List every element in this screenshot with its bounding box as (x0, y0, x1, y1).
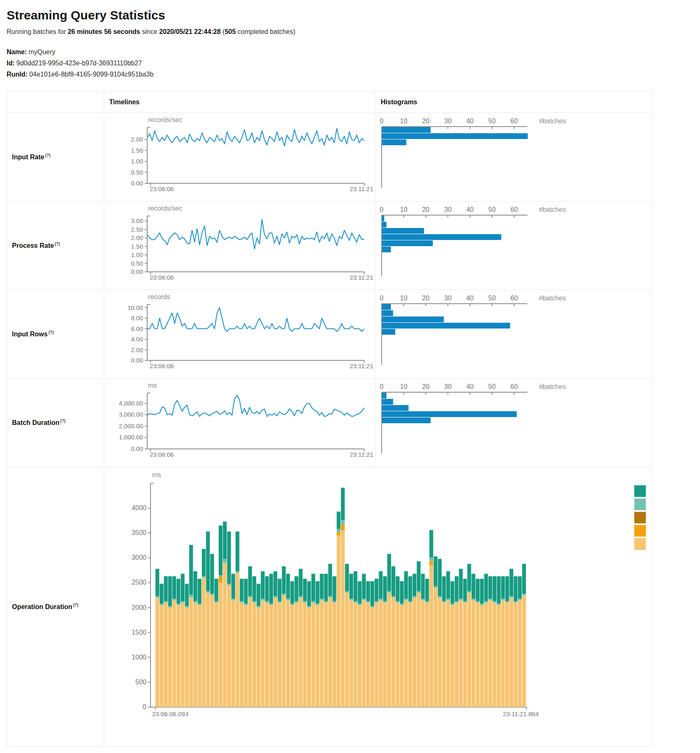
svg-text:40: 40 (466, 295, 474, 302)
svg-text:0.50: 0.50 (131, 260, 143, 267)
svg-text:4.00: 4.00 (131, 336, 143, 343)
svg-text:0: 0 (380, 295, 384, 302)
svg-text:500: 500 (135, 679, 146, 686)
query-name-line: Name:myQuery (7, 46, 693, 58)
query-name-value: myQuery (29, 48, 55, 55)
svg-text:#batches: #batches (539, 383, 566, 390)
help-icon[interactable]: (?) (55, 242, 60, 246)
svg-text:2.00: 2.00 (131, 346, 143, 353)
svg-text:0.00: 0.00 (131, 268, 143, 275)
timelines-header: Timelines (104, 92, 376, 113)
svg-text:6.00: 6.00 (131, 325, 143, 332)
svg-text:8.00: 8.00 (131, 314, 143, 321)
table-header-row: Timelines Histograms (7, 92, 652, 113)
svg-text:10.00: 10.00 (127, 304, 143, 311)
running-batches-summary: Running batches for 26 minutes 56 second… (7, 28, 693, 36)
svg-text:0.00: 0.00 (131, 357, 143, 364)
svg-text:1,000.00: 1,000.00 (119, 434, 143, 441)
input-rate-histogram-chart: 0102030405060#batches (376, 113, 652, 201)
svg-text:50: 50 (488, 206, 496, 213)
svg-text:50: 50 (488, 118, 496, 125)
svg-text:23:06:06: 23:06:06 (150, 362, 174, 369)
table-row: Batch Duration(?) ms0.001,000.002,000.00… (7, 379, 652, 467)
svg-text:ms: ms (148, 382, 157, 389)
table-row: Input Rate(?) records/sec0.000.501.001.5… (7, 113, 652, 201)
table-row: Process Rate(?) records/sec0.000.501.001… (7, 201, 652, 290)
svg-text:40: 40 (466, 383, 474, 390)
svg-text:3.00: 3.00 (131, 217, 143, 224)
svg-text:23:11:21: 23:11:21 (350, 185, 373, 192)
process-rate-histogram-chart: 0102030405060#batches (376, 201, 652, 290)
svg-text:3500: 3500 (131, 529, 146, 536)
svg-text:2.00: 2.00 (131, 234, 143, 241)
svg-text:1500: 1500 (131, 629, 146, 636)
svg-text:0: 0 (380, 206, 384, 213)
svg-text:23:11:21: 23:11:21 (350, 362, 373, 369)
batch-duration-timeline-chart: ms0.001,000.002,000.003,000.004,000.0023… (104, 379, 375, 467)
process-rate-timeline-chart: records/sec0.000.501.001.502.002.503.002… (104, 201, 375, 290)
svg-text:60: 60 (511, 383, 518, 390)
svg-text:60: 60 (511, 295, 518, 302)
input-rows-histogram-chart: 0102030405060#batches (376, 290, 652, 378)
svg-text:1.50: 1.50 (131, 147, 143, 154)
svg-text:40: 40 (466, 118, 474, 125)
svg-text:1000: 1000 (131, 654, 146, 661)
start-timestamp: 2020/05/21 22:44:28 (159, 28, 221, 35)
row-label-process-rate: Process Rate(?) (7, 201, 104, 290)
table-row: Operation Duration(?) ms0500100015002000… (7, 467, 652, 747)
row-label-input-rows: Input Rows(?) (7, 290, 104, 379)
svg-text:1.00: 1.00 (131, 158, 143, 165)
query-id-line: Id:9d0dd219-995d-423e-b97d-36931110bb27 (7, 58, 693, 69)
svg-text:50: 50 (488, 383, 496, 390)
row-label-input-rate: Input Rate(?) (7, 113, 104, 201)
svg-text:2.50: 2.50 (131, 226, 143, 233)
svg-text:2.00: 2.00 (131, 136, 143, 143)
svg-text:60: 60 (511, 206, 518, 213)
svg-text:records/sec: records/sec (148, 205, 182, 212)
svg-text:50: 50 (488, 295, 496, 302)
svg-text:#batches: #batches (539, 206, 566, 213)
svg-text:30: 30 (444, 383, 452, 390)
page: Streaming Query Statistics Running batch… (0, 0, 700, 750)
svg-text:3,000.00: 3,000.00 (119, 411, 143, 418)
svg-text:0.00: 0.00 (131, 445, 143, 452)
page-title: Streaming Query Statistics (7, 8, 693, 22)
svg-text:#batches: #batches (539, 295, 566, 302)
svg-text:40: 40 (466, 206, 474, 213)
svg-text:30: 30 (444, 295, 452, 302)
svg-text:10: 10 (400, 383, 408, 390)
svg-text:10: 10 (400, 118, 408, 125)
help-icon[interactable]: (?) (48, 330, 54, 335)
svg-text:4000: 4000 (131, 504, 146, 511)
svg-text:1.00: 1.00 (131, 251, 143, 258)
svg-text:0: 0 (380, 383, 384, 390)
svg-text:23:06:06: 23:06:06 (150, 274, 174, 281)
svg-text:4,000.00: 4,000.00 (119, 400, 143, 407)
svg-text:1.50: 1.50 (131, 243, 143, 250)
svg-text:30: 30 (444, 206, 452, 213)
svg-text:20: 20 (422, 383, 430, 390)
stats-table: Timelines Histograms Input Rate(?) recor… (7, 91, 652, 747)
svg-text:23:06:06: 23:06:06 (150, 185, 174, 192)
help-icon[interactable]: (?) (73, 603, 79, 607)
svg-text:2,000.00: 2,000.00 (119, 422, 143, 429)
operation-duration-stacked-chart: ms0500100015002000250030003500400023:06:… (104, 467, 652, 746)
query-metadata: Name:myQuery Id:9d0dd219-995d-423e-b97d-… (7, 46, 693, 80)
svg-text:ms: ms (152, 471, 161, 478)
svg-text:30: 30 (444, 118, 452, 125)
svg-text:records: records (148, 293, 170, 300)
svg-text:20: 20 (422, 295, 430, 302)
help-icon[interactable]: (?) (45, 153, 50, 158)
histograms-header: Histograms (376, 92, 652, 113)
svg-text:20: 20 (422, 206, 430, 213)
help-icon[interactable]: (?) (60, 419, 66, 423)
svg-text:23:11:21.864: 23:11:21.864 (503, 710, 539, 717)
svg-text:2500: 2500 (131, 579, 146, 586)
input-rows-timeline-chart: records0.002.004.006.008.0010.0023:06:06… (104, 290, 375, 378)
svg-text:23:11:21: 23:11:21 (350, 274, 373, 281)
svg-text:20: 20 (422, 118, 430, 125)
svg-text:23:06:06.093: 23:06:06.093 (152, 710, 189, 717)
svg-text:2000: 2000 (131, 604, 146, 611)
completed-batches-count: 505 (225, 28, 236, 35)
empty-header-cell (7, 92, 104, 113)
